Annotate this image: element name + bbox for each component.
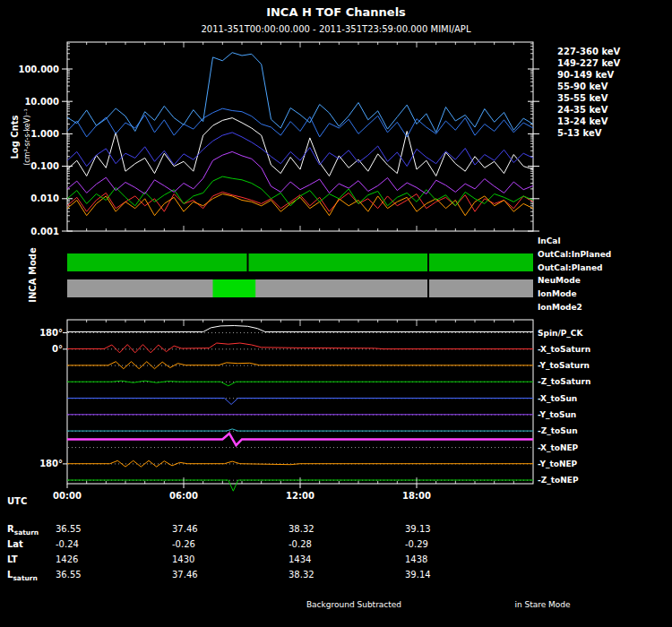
plot-canvas: 100.00010.0001.0000.1000.0100.001227-360… bbox=[0, 0, 672, 627]
utc-tick-label: 12:00 bbox=[286, 491, 314, 501]
attitude-legend-item: -X_toNEP bbox=[538, 443, 579, 452]
mode-legend-item: OutCal:InPlaned bbox=[538, 250, 611, 259]
ephemeris-row-label: LT bbox=[7, 554, 18, 564]
attitude-legend-item: -Z_toSun bbox=[538, 426, 578, 435]
energy-legend-item: 227-360 keV bbox=[557, 47, 621, 56]
ephemeris-value: 36.55 bbox=[56, 570, 82, 580]
mode-legend-item: IonMode bbox=[538, 289, 577, 298]
attitude-panel-frame bbox=[67, 320, 533, 484]
tof-ylabel-units: (cm²-sr-s-keV)⁻¹ bbox=[23, 108, 31, 166]
ephemeris-value: -0.28 bbox=[289, 539, 312, 549]
attitude-series-line bbox=[67, 429, 533, 431]
ephemeris-row-label: Rsaturn bbox=[7, 524, 39, 537]
ephemeris-value: 38.32 bbox=[289, 524, 314, 534]
utc-tick-label: 06:00 bbox=[169, 491, 198, 501]
mode-legend-item: NeuMode bbox=[538, 276, 581, 285]
tof-series-group bbox=[67, 53, 533, 216]
attitude-legend-item: -X_toSaturn bbox=[538, 345, 590, 354]
attitude-legend-item: -Z_toSaturn bbox=[538, 377, 590, 386]
ephemeris-row-label: Lsaturn bbox=[7, 570, 38, 582]
attitude-legend-item: -Z_toNEP bbox=[538, 476, 579, 485]
attitude-series-line bbox=[67, 343, 533, 353]
energy-legend-item: 24-35 keV bbox=[557, 105, 608, 115]
attitude-series-line bbox=[67, 326, 533, 332]
attitude-legend-item: -Y_toSaturn bbox=[538, 361, 590, 370]
ephemeris-row-label: Lat bbox=[7, 539, 23, 549]
attitude-series-line bbox=[67, 399, 533, 405]
mode-legend-item: OutCal:Planed bbox=[538, 263, 602, 272]
mode-bar-segment bbox=[67, 279, 533, 297]
attitude-legend-item: -X_toSun bbox=[538, 394, 577, 403]
mode-legend-item: InCal bbox=[538, 236, 561, 245]
attitude-legend-item: -Y_toNEP bbox=[538, 460, 578, 468]
ephemeris-value: 39.13 bbox=[405, 524, 431, 534]
tof-ytick-label: 100.000 bbox=[18, 64, 59, 74]
ephemeris-value: 37.46 bbox=[172, 570, 198, 580]
mode-ylabel: INCA Mode bbox=[28, 247, 38, 303]
energy-legend-item: 5-13 keV bbox=[557, 128, 602, 138]
energy-legend-item: 149-227 keV bbox=[557, 58, 621, 68]
attitude-ytick-label: 180° bbox=[39, 459, 63, 468]
attitude-series-line bbox=[67, 460, 533, 467]
energy-legend-item: 55-90 keV bbox=[557, 82, 608, 91]
ephemeris-value: 36.55 bbox=[56, 524, 82, 534]
tof-ytick-label: 0.100 bbox=[30, 161, 59, 171]
ephemeris-value: 37.46 bbox=[172, 524, 198, 534]
mode-bar-divider bbox=[247, 253, 249, 271]
utc-tick-label: 18:00 bbox=[402, 491, 431, 501]
tof-ytick-label: 1.000 bbox=[30, 129, 59, 139]
tof-ytick-label: 0.010 bbox=[30, 193, 59, 203]
tof-ytick-label: 10.000 bbox=[24, 97, 59, 107]
energy-series-line bbox=[67, 133, 533, 167]
utc-axis-label: UTC bbox=[7, 496, 27, 506]
ephemeris-value: -0.24 bbox=[56, 539, 79, 549]
attitude-series-line bbox=[67, 434, 533, 445]
ephemeris-value: 1430 bbox=[172, 554, 194, 564]
footer-stare-mode: in Stare Mode bbox=[491, 600, 594, 609]
attitude-ytick-label: 180° bbox=[39, 328, 63, 338]
attitude-series-line bbox=[67, 381, 533, 386]
attitude-ytick-label: 0° bbox=[52, 344, 63, 354]
mode-bar-segment bbox=[213, 279, 256, 297]
utc-tick-label: 00:00 bbox=[53, 491, 82, 501]
tof-ylabel: Log Cnts bbox=[10, 115, 20, 159]
mode-legend-item: IonMode2 bbox=[538, 303, 582, 312]
ephemeris-value: 38.32 bbox=[289, 570, 314, 580]
footer-background-subtracted: Background Subtracted bbox=[273, 600, 435, 609]
ephemeris-value: 1426 bbox=[56, 554, 78, 564]
ephemeris-value: 1434 bbox=[289, 554, 311, 564]
energy-series-line bbox=[67, 151, 533, 193]
energy-legend-item: 13-24 keV bbox=[557, 116, 608, 126]
energy-legend-item: 35-55 keV bbox=[557, 93, 608, 103]
energy-series-line bbox=[67, 108, 533, 137]
attitude-legend-item: -Y_toSun bbox=[538, 410, 576, 419]
tof-ytick-label: 0.001 bbox=[30, 227, 59, 236]
mode-bar-segment bbox=[67, 253, 533, 271]
energy-series-line bbox=[67, 176, 533, 206]
mode-bar-divider bbox=[427, 253, 429, 271]
attitude-legend-item: Spin/P_CK bbox=[538, 329, 583, 338]
ephemeris-value: 1438 bbox=[405, 554, 427, 564]
ephemeris-value: 39.14 bbox=[405, 570, 431, 580]
ephemeris-value: -0.29 bbox=[405, 539, 428, 549]
energy-legend-item: 90-149 keV bbox=[557, 70, 615, 80]
inca-tof-screen: INCA H TOF Channels 2011-351T00:00:00.00… bbox=[0, 0, 672, 627]
mode-bar-divider bbox=[427, 279, 429, 297]
ephemeris-value: -0.26 bbox=[172, 539, 195, 549]
